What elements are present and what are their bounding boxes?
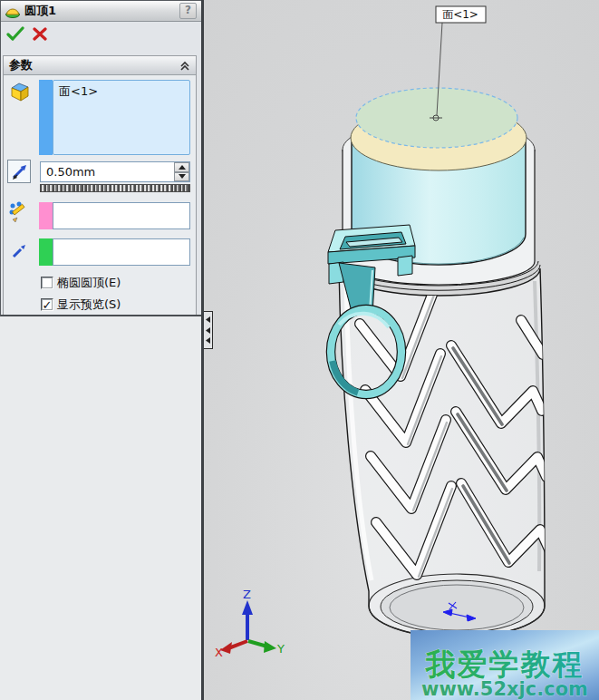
elliptical-dome-checkbox[interactable]: [41, 277, 53, 289]
sketch-selection-field[interactable]: [53, 202, 190, 229]
collapse-chevron-icon[interactable]: [179, 60, 190, 71]
parameters-group-label: 参数: [9, 57, 33, 73]
watermark: 我爱学教程 www.52xjc.com: [411, 630, 599, 700]
dome-feature-icon: [5, 4, 20, 18]
parameters-group-header[interactable]: 参数: [4, 56, 196, 75]
svg-text:www.52xjc.com: www.52xjc.com: [421, 678, 588, 700]
show-preview-checkbox[interactable]: ✓: [41, 298, 53, 311]
panel-divider[interactable]: [201, 0, 204, 700]
spinner-up-button[interactable]: [174, 162, 189, 172]
direction-arrow-icon: [9, 239, 29, 261]
viewport-3d[interactable]: 面<1> Z X Y 我爱学教程 www.52xjc.com: [204, 0, 599, 700]
ok-button[interactable]: [6, 26, 24, 42]
model-scene: 面<1> Z X Y 我爱学教程 www.52xjc.com: [204, 0, 599, 700]
show-preview-label: 显示预览(S): [57, 297, 121, 313]
face-selection-icon: [9, 81, 31, 102]
svg-text:面<1>: 面<1>: [442, 8, 478, 21]
triad-x-label: X: [215, 646, 223, 659]
collapse-arrow-icon: [206, 316, 210, 323]
panel-titlebar: 圆顶1 ?: [1, 1, 201, 22]
sketch-color-bar: [39, 202, 53, 229]
distance-thumbwheel[interactable]: [40, 184, 190, 192]
selection-item[interactable]: 面<1>: [59, 83, 184, 100]
triad-z-label: Z: [243, 588, 251, 601]
distance-value[interactable]: 0.50mm: [46, 165, 95, 179]
dome-distance-field[interactable]: 0.50mm: [40, 161, 190, 182]
distance-spinner[interactable]: [174, 162, 189, 181]
property-manager-panel: 圆顶1 ? 参数 面<1> 0.50mm: [0, 0, 201, 316]
direction-color-bar: [39, 238, 53, 266]
elliptical-dome-label: 椭圆圆顶(E): [57, 275, 121, 291]
collapse-arrow-icon: [206, 337, 210, 344]
distance-icon: [7, 160, 31, 183]
selection-active-bar: [39, 80, 53, 155]
cancel-button[interactable]: [33, 27, 47, 41]
panel-actions: [1, 22, 201, 46]
elliptical-dome-option[interactable]: 椭圆圆顶(E): [41, 275, 121, 291]
spinner-down-button[interactable]: [174, 172, 189, 182]
panel-background-area: [0, 316, 201, 700]
panel-collapse-tab[interactable]: [204, 311, 213, 349]
parameters-group: 参数 面<1> 0.50mm: [3, 55, 197, 315]
bottle-bottom-rim: [369, 574, 545, 637]
selection-list[interactable]: 面<1>: [53, 80, 190, 155]
triad-y-label: Y: [276, 642, 285, 656]
collapse-arrow-icon: [206, 327, 210, 334]
panel-title: 圆顶1: [24, 3, 56, 19]
svg-text:我爱学教程: 我爱学教程: [425, 647, 585, 682]
orientation-triad: Z X Y: [215, 588, 285, 659]
show-preview-option[interactable]: ✓ 显示预览(S): [41, 297, 121, 313]
constraint-sketch-icon: [7, 200, 31, 226]
direction-selection-field[interactable]: [53, 238, 190, 266]
help-button[interactable]: ?: [179, 3, 197, 19]
